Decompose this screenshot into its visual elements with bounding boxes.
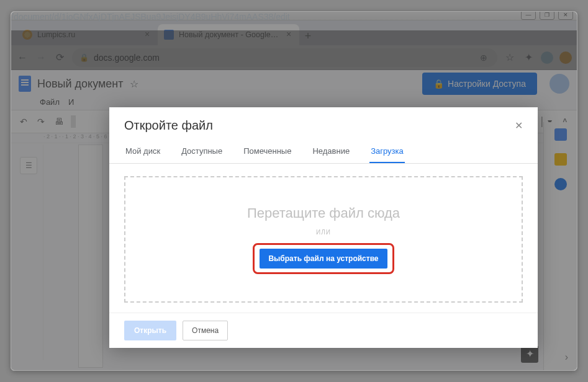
tab-upload[interactable]: Загрузка [369,140,405,163]
open-button[interactable]: Открыть [124,321,176,340]
open-file-dialog: Откройте файл ✕ Мой диск Доступные Помеч… [109,107,538,348]
dropzone-or-text: ИЛИ [316,229,331,236]
tab-recent[interactable]: Недавние [311,140,351,163]
dialog-close-button[interactable]: ✕ [515,120,523,131]
dialog-footer: Открыть Отмена [109,313,538,348]
dropzone-text: Перетащите файл сюда [247,205,400,221]
select-file-button[interactable]: Выбрать файл на устройстве [260,249,387,269]
tab-my-drive[interactable]: Мой диск [124,140,161,163]
file-dropzone[interactable]: Перетащите файл сюда ИЛИ Выбрать файл на… [124,176,523,303]
tab-starred[interactable]: Помеченные [242,140,292,163]
tab-shared[interactable]: Доступные [180,140,224,163]
browser-window: — ❐ ✕ Lumpics.ru × Новый документ - Goog… [11,11,577,371]
cancel-button[interactable]: Отмена [183,321,228,340]
dialog-title: Откройте файл [124,118,213,133]
annotation-highlight: Выбрать файл на устройстве [253,243,394,274]
dialog-tabs: Мой диск Доступные Помеченные Недавние З… [109,140,538,164]
